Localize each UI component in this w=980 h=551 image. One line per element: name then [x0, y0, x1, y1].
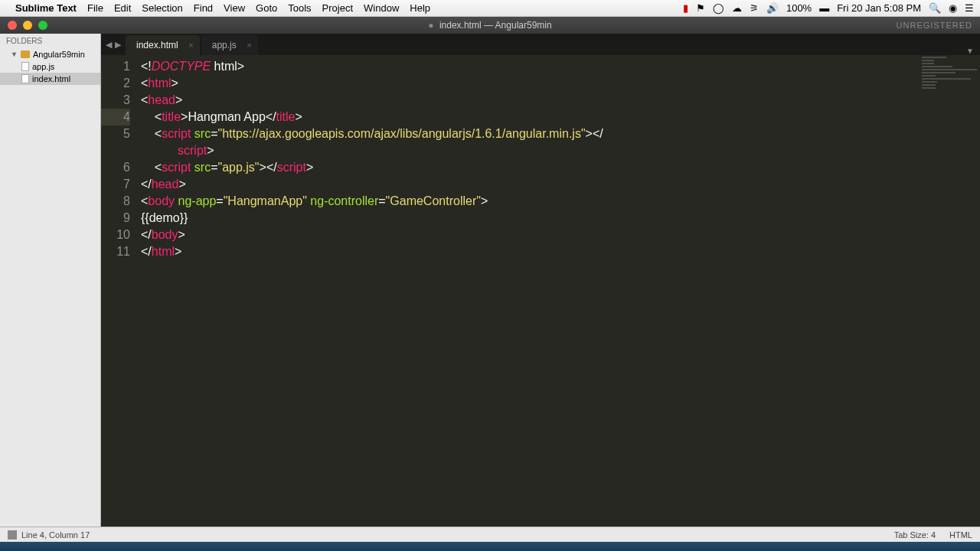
- flag-icon[interactable]: ⚑: [696, 2, 705, 14]
- macos-dock: [0, 542, 980, 551]
- tab-label: app.js: [212, 40, 237, 51]
- folder-label: Angular59min: [33, 50, 85, 59]
- status-bar: Line 4, Column 17 Tab Size: 4 HTML: [0, 527, 980, 542]
- code-area[interactable]: 1234567891011 <!DOCTYPE html><html><head…: [101, 55, 980, 527]
- sidebar-file-appjs[interactable]: app.js: [0, 60, 100, 73]
- traffic-lights: [0, 21, 47, 30]
- volume-icon[interactable]: 🔊: [766, 2, 779, 14]
- record-icon[interactable]: ▮: [683, 2, 688, 14]
- menu-find[interactable]: Find: [194, 2, 213, 14]
- window-title: ● index.html — Angular59min: [428, 20, 551, 31]
- minimize-window-button[interactable]: [23, 21, 32, 30]
- unregistered-label: UNREGISTERED: [897, 21, 972, 30]
- tab-dropdown-icon[interactable]: ▼: [966, 47, 974, 55]
- circle-icon[interactable]: ◯: [713, 2, 724, 14]
- dirty-indicator-icon: ●: [428, 20, 433, 31]
- menu-window[interactable]: Window: [364, 2, 399, 14]
- folder-icon: [21, 51, 30, 58]
- battery-icon[interactable]: ▬: [819, 2, 829, 14]
- menu-project[interactable]: Project: [322, 2, 353, 14]
- sidebar-folder[interactable]: ▼ Angular59min: [0, 48, 100, 60]
- battery-text[interactable]: 100%: [786, 2, 812, 14]
- chevron-down-icon: ▼: [11, 51, 18, 58]
- nav-forward-icon[interactable]: ▶: [115, 40, 121, 50]
- file-icon: [21, 74, 29, 83]
- menu-tools[interactable]: Tools: [288, 2, 311, 14]
- wifi-icon[interactable]: ⚞: [750, 2, 759, 14]
- tab-nav: ◀ ▶: [101, 34, 126, 55]
- app-name[interactable]: Sublime Text: [15, 2, 77, 14]
- tab-index-html[interactable]: index.html ×: [126, 35, 200, 55]
- clock[interactable]: Fri 20 Jan 5:08 PM: [837, 2, 921, 14]
- menu-help[interactable]: Help: [410, 2, 430, 14]
- sidebar-header: Folders: [0, 34, 100, 48]
- line-gutter: 1234567891011: [101, 55, 138, 527]
- sidebar-file-index[interactable]: index.html: [0, 73, 100, 85]
- macos-menubar: Sublime Text File Edit Selection Find Vi…: [0, 0, 980, 17]
- menu-selection[interactable]: Selection: [142, 2, 182, 14]
- menu-view[interactable]: View: [224, 2, 245, 14]
- syntax-mode[interactable]: HTML: [949, 530, 972, 540]
- file-label: app.js: [32, 62, 54, 71]
- editor: ◀ ▶ index.html × app.js × ▼ 123456789101…: [101, 34, 980, 527]
- file-icon: [21, 62, 29, 71]
- cloud-icon[interactable]: ☁: [732, 2, 742, 14]
- nav-back-icon[interactable]: ◀: [106, 40, 112, 50]
- file-label: index.html: [32, 74, 70, 83]
- maximize-window-button[interactable]: [38, 21, 47, 30]
- sidebar: Folders ▼ Angular59min app.js index.html: [0, 34, 101, 527]
- window-titlebar: ● index.html — Angular59min UNREGISTERED: [0, 17, 980, 34]
- minimap[interactable]: [919, 55, 980, 527]
- close-icon[interactable]: ×: [247, 41, 251, 50]
- tab-size[interactable]: Tab Size: 4: [894, 530, 936, 540]
- tab-app-js[interactable]: app.js ×: [201, 35, 258, 55]
- code-content[interactable]: <!DOCTYPE html><html><head> <title>Hangm…: [138, 55, 980, 527]
- close-window-button[interactable]: [8, 21, 17, 30]
- menu-edit[interactable]: Edit: [114, 2, 131, 14]
- tab-label: index.html: [136, 40, 178, 51]
- notification-icon[interactable]: ☰: [965, 2, 974, 14]
- siri-icon[interactable]: ◉: [949, 2, 957, 14]
- tab-bar: ◀ ▶ index.html × app.js × ▼: [101, 34, 980, 55]
- menu-goto[interactable]: Goto: [256, 2, 277, 14]
- title-text: index.html — Angular59min: [439, 20, 552, 31]
- menu-file[interactable]: File: [87, 2, 103, 14]
- cursor-position[interactable]: Line 4, Column 17: [21, 530, 90, 540]
- close-icon[interactable]: ×: [188, 41, 193, 50]
- status-icon[interactable]: [8, 530, 17, 540]
- spotlight-icon[interactable]: 🔍: [929, 2, 941, 14]
